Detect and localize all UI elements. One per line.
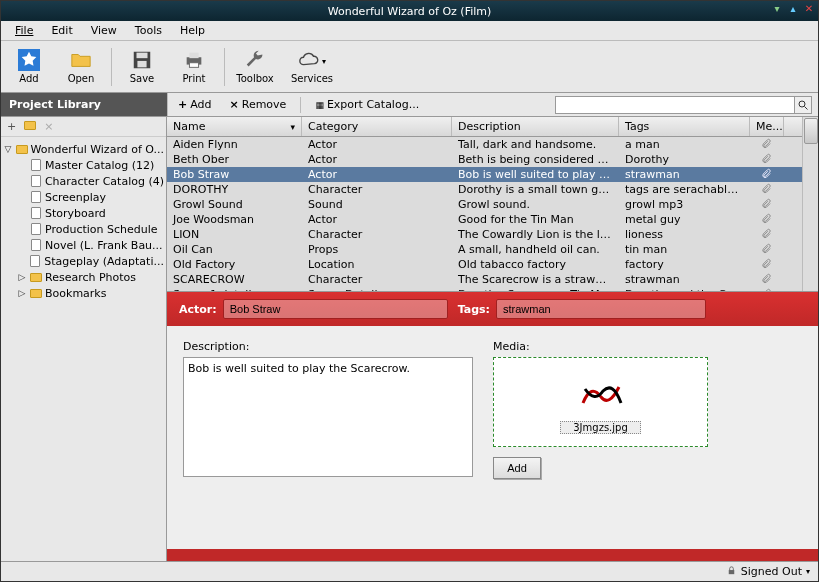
open-button[interactable]: Open (57, 44, 105, 90)
tree-remove-button[interactable]: × (44, 120, 53, 133)
table-row[interactable]: Scene 1 detailsScene DetailsDorothy. Sca… (167, 287, 802, 291)
expand-icon[interactable]: ▷ (17, 272, 27, 282)
tree-item[interactable]: Stageplay (Adaptati... (3, 253, 164, 269)
tags-input[interactable] (496, 299, 706, 319)
tree-item[interactable]: ▷Bookmarks (3, 285, 164, 301)
services-button[interactable]: ▾ Services (283, 44, 341, 90)
paperclip-icon (750, 273, 784, 287)
tree-item[interactable]: Screenplay (3, 189, 164, 205)
paperclip-icon (750, 153, 784, 167)
description-label: Description: (183, 340, 473, 353)
tree-item-label: Stageplay (Adaptati... (44, 255, 164, 268)
folder-icon (15, 142, 29, 156)
cell-name: Aiden Flynn (167, 138, 302, 151)
detail-footer (167, 549, 818, 561)
tree-item[interactable]: Storyboard (3, 205, 164, 221)
table-row[interactable]: Growl SoundSoundGrowl sound.growl mp3 (167, 197, 802, 212)
save-button[interactable]: Save (118, 44, 166, 90)
expand-icon[interactable]: ▽ (3, 144, 13, 154)
cell-name: SCARECROW (167, 273, 302, 286)
tree-item[interactable]: ▷Research Photos (3, 269, 164, 285)
menu-file[interactable]: File (7, 22, 41, 39)
media-filename[interactable]: 3Jmgzs.jpg (560, 421, 641, 434)
paperclip-icon (750, 258, 784, 272)
table-row[interactable]: LIONCharacterThe Cowardly Lion is the la… (167, 227, 802, 242)
media-add-button[interactable]: Add (493, 457, 541, 479)
table-row[interactable]: DOROTHYCharacterDorothy is a small town … (167, 182, 802, 197)
tags-label: Tags: (458, 303, 490, 316)
chevron-down-icon[interactable]: ▾ (806, 567, 810, 576)
toolbox-button[interactable]: Toolbox (231, 44, 279, 90)
table-row[interactable]: Old FactoryLocationOld tabacco factoryfa… (167, 257, 802, 272)
tree-item[interactable]: Character Catalog (4) (3, 173, 164, 189)
svg-rect-3 (137, 61, 146, 67)
tree-item[interactable]: Production Schedule (3, 221, 164, 237)
wrench-icon (244, 49, 266, 71)
sidebar: + × ▽Wonderful Wizard of O...Master Cata… (1, 117, 167, 561)
titlebar: Wonderful Wizard of Oz (Film) ▾ ▴ ✕ (1, 1, 818, 21)
expand-icon[interactable]: ▷ (17, 288, 27, 298)
print-button[interactable]: Print (170, 44, 218, 90)
search-input[interactable] (555, 96, 795, 114)
statusbar: Signed Out ▾ (1, 561, 818, 581)
catalog-remove-button[interactable]: ×Remove (226, 98, 291, 111)
cell-desc: Tall, dark and handsome. (452, 138, 619, 151)
paperclip-icon (750, 168, 784, 182)
printer-icon (183, 49, 205, 71)
cloud-icon (298, 49, 320, 71)
col-media[interactable]: Me... (750, 117, 784, 136)
tree-item-label: Storyboard (45, 207, 106, 220)
cell-name: Old Factory (167, 258, 302, 271)
tree-add-button[interactable]: + (7, 120, 16, 133)
col-description[interactable]: Description (452, 117, 619, 136)
table-row[interactable]: Bob StrawActorBob is well suited to play… (167, 167, 802, 182)
search-icon[interactable] (794, 96, 812, 114)
scrollbar[interactable] (802, 117, 818, 291)
add-button[interactable]: Add (5, 44, 53, 90)
scroll-thumb[interactable] (804, 118, 818, 144)
menu-help[interactable]: Help (172, 22, 213, 39)
export-catalog-button[interactable]: ▦Export Catalog... (311, 98, 423, 111)
menu-edit[interactable]: Edit (43, 22, 80, 39)
table-row[interactable]: Joe WoodsmanActorGood for the Tin Manmet… (167, 212, 802, 227)
table-row[interactable]: SCARECROWCharacterThe Scarecrow is a str… (167, 272, 802, 287)
close-icon[interactable]: ✕ (804, 4, 814, 14)
actor-input[interactable] (223, 299, 448, 319)
table-row[interactable]: Oil CanPropsA small, handheld oil can.ti… (167, 242, 802, 257)
paperclip-icon (750, 198, 784, 212)
paperclip-icon (750, 228, 784, 242)
cell-cat: Actor (302, 213, 452, 226)
cell-desc: A small, handheld oil can. (452, 243, 619, 256)
tree-item-label: Novel (L. Frank Bau... (45, 239, 163, 252)
doc-icon (29, 222, 43, 236)
table-row[interactable]: Beth OberActorBeth is being considered f… (167, 152, 802, 167)
col-category[interactable]: Category (302, 117, 452, 136)
x-icon: × (230, 98, 239, 111)
folder-icon (29, 270, 43, 284)
folder-icon[interactable] (24, 120, 36, 133)
minimize-icon[interactable]: ▾ (772, 4, 782, 14)
media-thumbnail[interactable] (571, 371, 631, 419)
cell-desc: Good for the Tin Man (452, 213, 619, 226)
paperclip-icon (750, 183, 784, 197)
maximize-icon[interactable]: ▴ (788, 4, 798, 14)
cell-name: Oil Can (167, 243, 302, 256)
cell-desc: Growl sound. (452, 198, 619, 211)
separator (111, 48, 112, 86)
table-row[interactable]: Aiden FlynnActorTall, dark and handsome.… (167, 137, 802, 152)
catalog-add-button[interactable]: +Add (174, 98, 216, 111)
description-textarea[interactable] (183, 357, 473, 477)
cell-desc: Old tabacco factory (452, 258, 619, 271)
star-icon (18, 49, 40, 71)
col-name[interactable]: Name (167, 117, 302, 136)
col-tags[interactable]: Tags (619, 117, 750, 136)
menu-tools[interactable]: Tools (127, 22, 170, 39)
window-title: Wonderful Wizard of Oz (Film) (328, 5, 492, 18)
media-dropzone[interactable]: 3Jmgzs.jpg (493, 357, 708, 447)
tree-item[interactable]: Novel (L. Frank Bau... (3, 237, 164, 253)
menu-view[interactable]: View (83, 22, 125, 39)
project-tree[interactable]: ▽Wonderful Wizard of O...Master Catalog … (1, 137, 166, 561)
tree-item[interactable]: Master Catalog (12) (3, 157, 164, 173)
tree-item[interactable]: ▽Wonderful Wizard of O... (3, 141, 164, 157)
folder-icon (29, 286, 43, 300)
